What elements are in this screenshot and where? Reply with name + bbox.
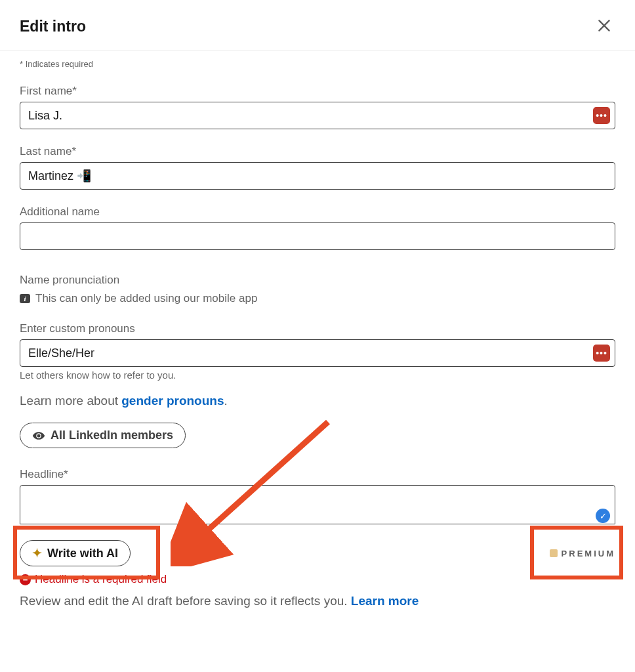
additional-name-input[interactable]	[20, 222, 615, 250]
modal-title: Edit intro	[20, 18, 86, 35]
additional-name-group: Additional name	[20, 205, 615, 250]
first-name-input[interactable]	[20, 102, 615, 129]
headline-learn-more-link[interactable]: Learn more	[351, 594, 419, 608]
modal-body: * Indicates required First name* ••• Las…	[0, 51, 635, 628]
write-with-ai-label: Write with AI	[47, 547, 118, 560]
pronouns-helper: Let others know how to refer to you.	[20, 369, 615, 381]
headline-error: − Headline is a required field	[20, 573, 615, 586]
info-icon: i	[20, 294, 30, 303]
pronouns-group: Enter custom pronouns ••• Let others kno…	[20, 322, 615, 381]
pronouns-learn-more: Learn more about gender pronouns.	[20, 394, 615, 408]
headline-group: Headline* ✓ ✦ Write with AI PREMIUM	[20, 468, 615, 608]
close-button[interactable]	[593, 14, 615, 39]
additional-name-label: Additional name	[20, 205, 615, 219]
visibility-button[interactable]: All LinkedIn members	[20, 423, 186, 448]
write-with-ai-button[interactable]: ✦ Write with AI	[20, 540, 131, 566]
error-icon: −	[20, 574, 31, 585]
required-indicator-note: * Indicates required	[20, 59, 615, 69]
review-prefix: Review and edit the AI draft before savi…	[20, 594, 351, 608]
password-manager-icon[interactable]: •••	[593, 107, 610, 124]
pronouns-label: Enter custom pronouns	[20, 322, 615, 335]
pronunciation-info-text: This can only be added using our mobile …	[35, 292, 257, 305]
last-name-group: Last name*	[20, 145, 615, 190]
learn-more-suffix: .	[224, 394, 228, 408]
learn-more-prefix: Learn more about	[20, 394, 121, 408]
headline-error-text: Headline is a required field	[35, 573, 167, 586]
pronunciation-label: Name pronunciation	[20, 274, 615, 287]
visibility-label: All LinkedIn members	[51, 429, 173, 442]
pronunciation-info: i This can only be added using our mobil…	[20, 292, 615, 305]
first-name-label: First name*	[20, 85, 615, 98]
headline-review-text: Review and edit the AI draft before savi…	[20, 594, 615, 608]
premium-label: PREMIUM	[562, 549, 615, 558]
verified-checkmark-icon: ✓	[596, 509, 610, 523]
pronouns-input[interactable]	[20, 339, 615, 367]
pronunciation-section: Name pronunciation i This can only be ad…	[20, 274, 615, 305]
gender-pronouns-link[interactable]: gender pronouns	[121, 394, 224, 408]
premium-square-icon	[550, 549, 558, 557]
password-manager-icon[interactable]: •••	[593, 345, 610, 362]
close-icon	[596, 17, 613, 34]
premium-badge: PREMIUM	[550, 549, 615, 558]
ai-row: ✦ Write with AI PREMIUM	[20, 540, 615, 566]
headline-textarea[interactable]	[20, 485, 615, 524]
sparkle-icon: ✦	[32, 546, 42, 560]
headline-label: Headline*	[20, 468, 615, 481]
first-name-group: First name* •••	[20, 85, 615, 129]
eye-icon	[32, 429, 45, 442]
modal-header: Edit intro	[0, 0, 635, 51]
last-name-input[interactable]	[20, 162, 615, 190]
last-name-label: Last name*	[20, 145, 615, 158]
